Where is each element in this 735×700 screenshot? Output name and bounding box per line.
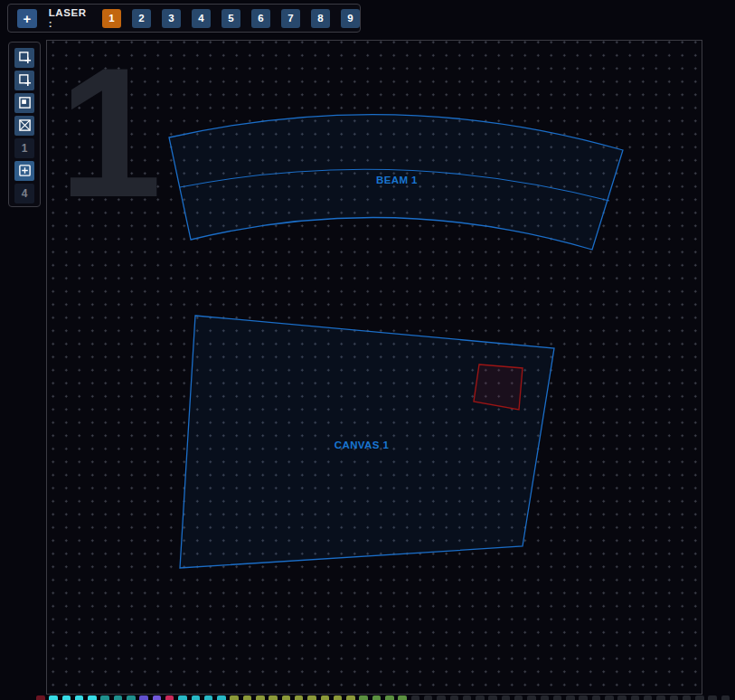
cue-dash[interactable] <box>631 695 640 700</box>
cue-dash[interactable] <box>553 695 562 700</box>
cue-dash[interactable] <box>385 695 394 700</box>
cue-dash[interactable] <box>204 695 213 700</box>
cue-dash[interactable] <box>282 695 291 700</box>
projection-zone-icon[interactable] <box>14 93 34 113</box>
cue-dash[interactable] <box>127 695 136 700</box>
sidebar-button-4[interactable]: 4 <box>14 184 34 203</box>
cue-dash[interactable] <box>488 695 497 700</box>
cue-dash[interactable] <box>644 695 653 700</box>
cue-dash[interactable] <box>437 695 446 700</box>
laser-toolbar: + LASER : 123456789 <box>7 4 361 33</box>
laser-button-7[interactable]: 7 <box>281 9 300 28</box>
cue-dash[interactable] <box>579 695 588 700</box>
cue-dash[interactable] <box>256 695 265 700</box>
cue-dash[interactable] <box>592 695 601 700</box>
cue-dash[interactable] <box>243 695 252 700</box>
cue-dash[interactable] <box>670 695 679 700</box>
cue-dash[interactable] <box>334 695 343 700</box>
cue-dash[interactable] <box>178 695 187 700</box>
selection-rectangle[interactable] <box>474 364 523 410</box>
cue-dash[interactable] <box>269 695 278 700</box>
cue-dash[interactable] <box>708 695 717 700</box>
zone-editor-svg: 1BEAM 1CANVAS 1 <box>47 41 701 693</box>
zone-label: BEAM 1 <box>376 175 418 185</box>
cue-dash[interactable] <box>62 695 71 700</box>
cue-dash[interactable] <box>75 695 84 700</box>
zone-label: CANVAS 1 <box>335 440 390 450</box>
laser-label: LASER : <box>49 7 93 29</box>
cue-dash[interactable] <box>411 695 420 700</box>
cue-dash[interactable] <box>49 695 58 700</box>
sidebar-button-1[interactable]: 1 <box>14 138 34 158</box>
laser-button-8[interactable]: 8 <box>311 9 330 28</box>
add-display-zone-icon[interactable] <box>14 48 34 68</box>
laser-button-6[interactable]: 6 <box>251 9 270 28</box>
cue-dash[interactable] <box>695 695 704 700</box>
cue-dash[interactable] <box>372 695 382 700</box>
cue-dash[interactable] <box>153 695 162 700</box>
cue-dash[interactable] <box>463 695 472 700</box>
plus-icon: + <box>23 12 31 25</box>
cue-dash[interactable] <box>321 695 330 700</box>
cue-dash[interactable] <box>114 695 123 700</box>
laser-button-9[interactable]: 9 <box>341 9 360 28</box>
laser-button-5[interactable]: 5 <box>221 9 240 28</box>
cue-dash[interactable] <box>605 695 614 700</box>
cue-dash[interactable] <box>36 695 45 700</box>
cue-dash[interactable] <box>139 695 148 700</box>
laser-number-watermark: 1 <box>59 41 162 235</box>
laser-button-2[interactable]: 2 <box>132 9 151 28</box>
cue-dash[interactable] <box>346 695 355 700</box>
cue-dash[interactable] <box>450 695 459 700</box>
laser-button-1[interactable]: 1 <box>102 9 121 28</box>
add-laser-button[interactable]: + <box>17 9 37 28</box>
cue-dash[interactable] <box>398 695 407 700</box>
cue-dash[interactable] <box>527 695 536 700</box>
cue-dash[interactable] <box>683 695 692 700</box>
add-display-zone-icon[interactable] <box>14 71 34 90</box>
cue-dash[interactable] <box>192 695 201 700</box>
cue-dash[interactable] <box>721 695 730 700</box>
cue-dash[interactable] <box>295 695 304 700</box>
cue-dash[interactable] <box>359 695 368 700</box>
plus-box-icon[interactable] <box>14 161 34 181</box>
cue-dash[interactable] <box>424 695 433 700</box>
cue-dash[interactable] <box>217 695 226 700</box>
zone-tool-sidebar: 14 <box>8 42 41 207</box>
cue-dash[interactable] <box>617 695 627 700</box>
zone-editor-canvas[interactable]: 1BEAM 1CANVAS 1 <box>46 40 702 695</box>
laser-selector: 123456789 <box>102 9 360 28</box>
cue-dash[interactable] <box>100 695 109 700</box>
cue-dash[interactable] <box>656 695 665 700</box>
cue-dash[interactable] <box>566 695 575 700</box>
cue-dash[interactable] <box>88 695 97 700</box>
laser-button-4[interactable]: 4 <box>192 9 211 28</box>
laser-button-3[interactable]: 3 <box>162 9 181 28</box>
cue-dash[interactable] <box>541 695 550 700</box>
cue-dash[interactable] <box>502 695 511 700</box>
cue-dash[interactable] <box>165 695 174 700</box>
cue-strip <box>36 695 734 700</box>
crossed-box-icon[interactable] <box>14 116 34 136</box>
cue-dash[interactable] <box>476 695 485 700</box>
cue-dash[interactable] <box>307 695 316 700</box>
cue-dash[interactable] <box>230 695 239 700</box>
cue-dash[interactable] <box>514 695 523 700</box>
